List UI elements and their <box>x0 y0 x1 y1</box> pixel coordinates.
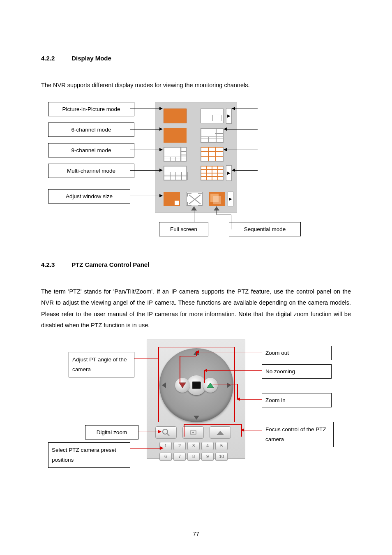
multi-channel-label: Multi-channel mode <box>48 164 134 178</box>
ptz-focus-row <box>155 426 231 439</box>
section-number-1: 4.2.2 <box>41 53 70 63</box>
single-channel-icon[interactable] <box>164 109 187 123</box>
adjust-window-label: Adjust window size <box>48 189 130 204</box>
ptz-preset-10[interactable]: 10 <box>215 453 228 461</box>
nine-channel-label: 9-channel mode <box>48 143 134 158</box>
ptz-preset-7[interactable]: 7 <box>173 453 186 461</box>
full-screen-icon[interactable] <box>186 192 203 206</box>
zoom-out-label: Zoom out <box>262 346 332 361</box>
adjust-pt-label: Adjust PT angle of the camera <box>69 352 134 378</box>
svg-line-3 <box>167 433 169 436</box>
six-channel-icon[interactable] <box>201 128 224 143</box>
multi-expand-icon[interactable]: ▶ <box>226 165 232 181</box>
ptz-preset-8[interactable]: 8 <box>187 453 200 461</box>
ptz-preset-5[interactable]: 5 <box>215 442 228 450</box>
pip-mode-icon[interactable] <box>201 109 224 123</box>
ptz-preset-4[interactable]: 4 <box>201 442 214 450</box>
six-channel-label: 6-channel mode <box>48 123 134 137</box>
ptz-down-arrow[interactable] <box>194 416 199 420</box>
ptz-zoom-out-button[interactable] <box>175 378 190 393</box>
ten-channel-icon[interactable] <box>164 166 187 180</box>
preset-positions-label: Select PTZ camera preset positions <box>48 442 130 468</box>
multi-channel-icon[interactable] <box>201 166 224 180</box>
section-heading-1: 4.2.2 Display Mode <box>41 53 351 63</box>
ptz-control-diagram: 1 2 3 4 5 6 7 8 9 10 Adjust PT angle of … <box>48 340 344 471</box>
sequential-mode-icon[interactable] <box>209 192 225 206</box>
ptz-preset-2[interactable]: 2 <box>173 442 186 450</box>
eight-channel-icon[interactable] <box>164 147 187 162</box>
pip-mode-label: Picture-in-Picture mode <box>48 102 134 117</box>
focus-near-button[interactable] <box>182 426 204 439</box>
zoom-in-label: Zoom in <box>262 393 332 408</box>
adjust-window-icon[interactable] <box>164 192 180 206</box>
ptz-preset-6[interactable]: 6 <box>159 453 172 461</box>
nine-channel-icon[interactable] <box>201 147 224 162</box>
section-number-2: 4.2.3 <box>41 260 70 270</box>
digital-zoom-label: Digital zoom <box>85 425 138 440</box>
ptz-preset-9[interactable]: 9 <box>201 453 214 461</box>
four-channel-icon[interactable] <box>164 128 187 143</box>
intro-paragraph-1: The NVR supports different display modes… <box>41 80 351 91</box>
ptz-zoom-in-button[interactable] <box>203 378 218 393</box>
section-title-1: Display Mode <box>71 55 111 62</box>
ptz-preset-3[interactable]: 3 <box>187 442 200 450</box>
display-mode-toolbar: ▶ <box>155 102 237 213</box>
intro-paragraph-2: The term 'PTZ' stands for 'Pan/Tilt/Zoom… <box>41 286 351 331</box>
sequential-expand-icon[interactable]: ▶ <box>228 192 233 206</box>
ptz-control-panel: 1 2 3 4 5 6 7 8 9 10 <box>147 340 245 459</box>
sequential-mode-label: Sequential mode <box>229 222 301 237</box>
ptz-left-arrow[interactable] <box>162 382 166 388</box>
no-zoom-label: No zooming <box>262 364 332 379</box>
display-mode-diagram: ▶ <box>48 99 344 243</box>
focus-control-label: Focus control of the PTZ camera <box>262 422 334 448</box>
section-heading-2: 4.2.3 PTZ Camera Control Panel <box>41 260 351 270</box>
pip-expand-icon[interactable]: ▶ <box>226 108 232 124</box>
page-number: 77 <box>0 530 392 539</box>
full-screen-label: Full screen <box>159 222 208 237</box>
ptz-right-arrow[interactable] <box>227 382 231 388</box>
ptz-preset-row: 1 2 3 4 5 6 7 8 9 10 <box>159 442 227 461</box>
focus-far-button[interactable] <box>210 426 231 439</box>
section-title-2: PTZ Camera Control Panel <box>71 261 149 268</box>
ptz-pad[interactable] <box>159 348 233 422</box>
svg-point-5 <box>192 432 194 433</box>
